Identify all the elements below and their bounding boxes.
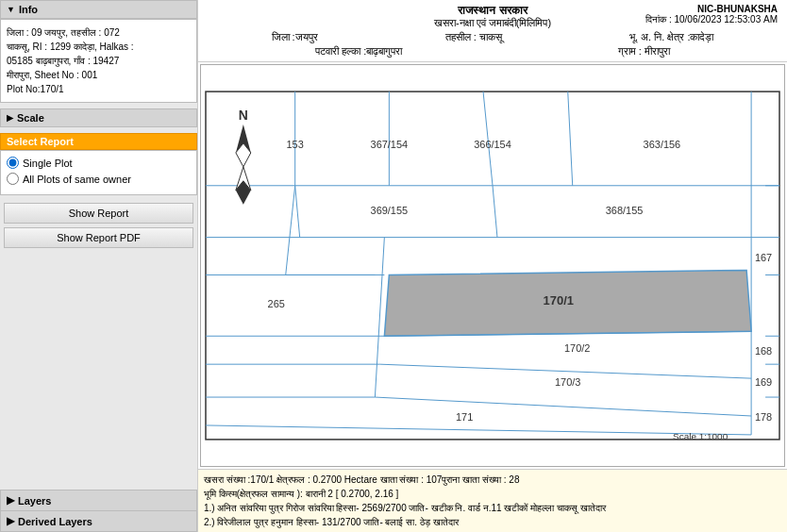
header-center: राजस्थान सरकार खसरा-नक्षा एवं जमाबंदी(मि… [340,4,645,29]
header-sub-row2: पटवारी हल्का :बाढ़बागुपरा ग्राम : मीरापु… [208,45,778,58]
derived-layers-arrow-icon: ▶ [7,515,14,527]
jila-label: जिला :जयपुर [272,31,318,43]
show-report-pdf-button[interactable]: Show Report PDF [4,227,193,248]
map-header: राजस्थान सरकार खसरा-नक्षा एवं जमाबंदी(मि… [198,0,787,62]
svg-text:168: 168 [755,345,772,357]
svg-text:369/155: 369/155 [371,205,409,216]
info-header-label: Info [19,4,38,15]
svg-text:169: 169 [755,376,772,388]
nic-bhunaksha: NIC-BHUNAKSHA [645,4,778,14]
select-report-label: Select Report [0,133,197,150]
single-plot-radio[interactable] [7,157,19,169]
info-arrow-icon: ▼ [7,5,15,14]
layers-section[interactable]: ▶ Layers [0,490,197,511]
header-title-row: राजस्थान सरकार खसरा-नक्षा एवं जमाबंदी(मि… [208,4,778,29]
svg-text:170/3: 170/3 [555,376,580,388]
svg-text:366/154: 366/154 [474,139,511,150]
date-label: दिनांक : 10/06/2023 12:53:03 AM [645,14,778,25]
info-line4: मीरापुरा, Sheet No : 001 [7,68,191,82]
sub-title: खसरा-नक्षा एवं जमाबंदी(मिलिमिप) [340,17,645,29]
svg-text:363/156: 363/156 [644,139,681,150]
derived-layers-section[interactable]: ▶ Derived Layers [0,511,197,532]
info-content: जिला : 09 जयपुर, तहसील : 072 चाकसू, RI :… [0,19,197,103]
bottom-sections: ▶ Layers ▶ Derived Layers [0,490,197,532]
show-report-button[interactable]: Show Report [4,203,193,224]
all-plots-radio[interactable] [7,173,19,185]
bottom-line3: 1.) अनित सांवरिया पुत्र गिरोज सांवरिया ह… [204,501,781,515]
svg-text:265: 265 [268,298,285,309]
gram-label: ग्राम : मीरापुरा [618,45,670,58]
svg-text:368/155: 368/155 [606,205,644,216]
map-svg: 153 367/154 366/154 363/156 369/155 368/… [201,65,784,466]
svg-text:167: 167 [755,252,772,263]
scale-section: ▶ Scale [0,108,197,127]
patwari-label: पटवारी हल्का :बाढ़बागुपरा [315,45,402,58]
all-plots-label: All Plots of same owner [23,174,131,185]
info-line5: Plot No:170/1 [7,82,191,96]
svg-text:N: N [239,108,248,123]
scale-header[interactable]: ▶ Scale [0,108,197,127]
header-sub-row: जिला :जयपुर तहसील : चाकसू भू. अ. नि. क्ष… [208,31,778,43]
report-options: Single Plot All Plots of same owner [0,150,197,195]
svg-text:367/154: 367/154 [371,139,409,150]
single-plot-option[interactable]: Single Plot [7,157,191,169]
bhu-label: भू. अ. नि. क्षेत्र :कादेड़ा [629,31,713,43]
info-line3: 05185 बाढ़बागुपरा, गाँव : 19427 [7,54,191,68]
map-container[interactable]: 153 367/154 366/154 363/156 369/155 368/… [200,64,785,467]
derived-layers-label: Derived Layers [18,516,92,527]
svg-text:170/2: 170/2 [564,342,590,354]
bottom-line2: भूमि किस्म(क्षेत्रफल सामान्य ): बारानी 2… [204,487,781,501]
scale-arrow-icon: ▶ [7,113,13,123]
left-panel: ▼ Info जिला : 09 जयपुर, तहसील : 072 चाकस… [0,0,198,532]
info-line1: जिला : 09 जयपुर, तहसील : 072 [7,25,191,40]
svg-text:178: 178 [755,411,772,423]
layers-arrow-icon: ▶ [7,494,14,507]
svg-text:153: 153 [287,139,304,150]
single-plot-label: Single Plot [23,158,73,169]
svg-text:170/1: 170/1 [544,293,574,308]
main-area: राजस्थान सरकार खसरा-नक्षा एवं जमाबंदी(मि… [198,0,787,532]
all-plots-option[interactable]: All Plots of same owner [7,173,191,185]
select-report-section: Select Report Single Plot All Plots of s… [0,133,197,252]
svg-text:171: 171 [456,411,473,423]
info-line2: चाकसू, RI : 1299 कादेड़ा, Halkas : [7,40,191,54]
rajasthan-title: राजस्थान सरकार [340,4,645,17]
tehsil-label: तहसील : चाकसू [445,31,502,43]
scale-header-label: Scale [17,112,44,124]
info-header[interactable]: ▼ Info [0,0,197,19]
buttons-section: Show Report Show Report PDF [0,195,197,252]
bottom-info: खसरा संख्या :170/1 क्षेत्रफल : 0.2700 He… [198,469,787,532]
info-section: ▼ Info जिला : 09 जयपुर, तहसील : 072 चाकस… [0,0,197,103]
header-right: NIC-BHUNAKSHA दिनांक : 10/06/2023 12:53:… [645,4,778,25]
bottom-line1: खसरा संख्या :170/1 क्षेत्रफल : 0.2700 He… [204,473,781,487]
svg-text:Scale 1:1000: Scale 1:1000 [673,431,728,441]
bottom-line4: 2.) विरेजीलाल पुत्र हनुमान हिस्सा- 131/2… [204,515,781,529]
layers-label: Layers [18,495,51,507]
